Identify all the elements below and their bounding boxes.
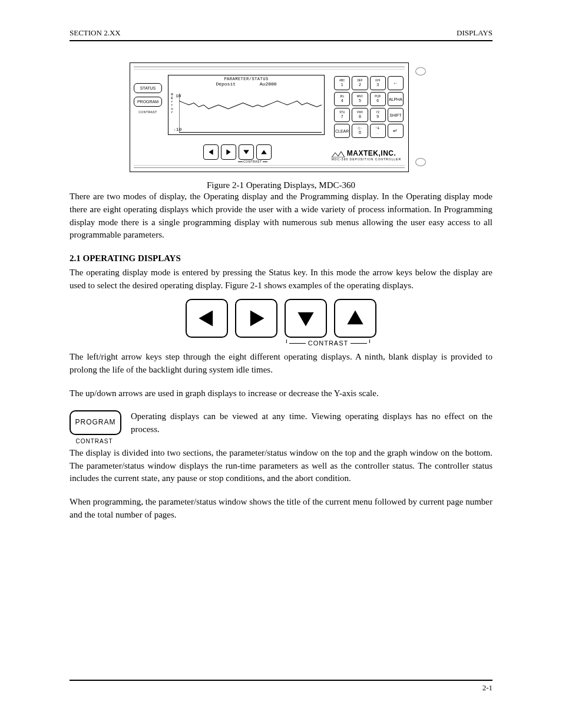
- numeric-keypad: ABC1DEF2GHI3←JKL4MNO5PQR6ALPHASTU7VWX8YZ…: [334, 76, 404, 140]
- contrast-label-small: CONTRAST: [134, 110, 162, 114]
- svg-marker-5: [261, 150, 267, 154]
- arrow-left-icon: [197, 308, 217, 328]
- paragraph-5: Operating displays can be viewed at any …: [70, 410, 492, 436]
- keypad-key[interactable]: YZ9: [370, 108, 386, 122]
- svg-marker-8: [250, 311, 265, 327]
- program-button-small[interactable]: PROGRAM: [134, 97, 162, 107]
- big-arrow-left-key[interactable]: [186, 299, 228, 338]
- svg-marker-9: [297, 312, 313, 327]
- arrow-up-icon: [345, 308, 365, 328]
- panel-contrast-bracket-label: CONTRAST: [237, 160, 268, 163]
- svg-marker-10: [347, 311, 363, 325]
- figure-1: STATUS PROGRAM CONTRAST PARAMETER/STATUS…: [70, 62, 492, 172]
- keypad-key[interactable]: ALPHA: [388, 92, 404, 106]
- device-front-panel: STATUS PROGRAM CONTRAST PARAMETER/STATUS…: [130, 62, 409, 172]
- big-arrow-right-key[interactable]: [235, 299, 277, 338]
- rack-ear: [409, 62, 432, 171]
- paragraph-intro: There are two modes of display, the Oper…: [70, 190, 492, 242]
- arrow-right-icon: [246, 308, 266, 328]
- keypad-key[interactable]: ! &.: [370, 124, 386, 138]
- status-button[interactable]: STATUS: [134, 83, 162, 93]
- keypad-key[interactable]: SHIFT: [388, 108, 404, 122]
- svg-marker-2: [209, 149, 213, 155]
- keypad-key[interactable]: ( ) -0: [352, 124, 368, 138]
- paragraph-2: The operating display mode is entered by…: [70, 266, 492, 292]
- keypad-key[interactable]: ←: [388, 76, 404, 90]
- brand-name: MAXTEK,INC.: [347, 149, 396, 157]
- program-key-figure: PROGRAM CONTRAST: [70, 410, 121, 446]
- mount-hole-icon: [415, 158, 426, 166]
- arrow-up-key[interactable]: [256, 144, 272, 160]
- arrow-right-key[interactable]: [221, 144, 236, 160]
- arrow-right-icon: [225, 149, 232, 156]
- program-contrast-sublabel: CONTRAST: [70, 437, 119, 446]
- keypad-key[interactable]: ABC1: [334, 76, 350, 90]
- arrow-left-icon: [207, 149, 214, 156]
- lcd-screen: PARAMETER/STATUS Deposit Au2000 R E r r …: [168, 75, 325, 135]
- mount-hole-icon: [415, 67, 426, 75]
- paragraph-6: The display is divided into two sections…: [70, 447, 492, 485]
- keypad-key[interactable]: PQR6: [370, 92, 386, 106]
- big-arrow-up-key[interactable]: [334, 299, 376, 338]
- header-left: SECTION 2.XX: [70, 28, 121, 38]
- rate-error-chart: [179, 93, 322, 133]
- keypad-key[interactable]: VWX8: [352, 108, 368, 122]
- keypad-key[interactable]: ↵: [388, 124, 404, 138]
- panel-arrow-keys: [203, 144, 272, 160]
- keypad-key[interactable]: STU7: [334, 108, 350, 122]
- paragraph-3: The left/right arrow keys step through t…: [70, 351, 492, 377]
- arrow-left-key[interactable]: [203, 144, 219, 160]
- figure-1-caption: Figure 2-1 Operating Displays, MDC-360: [70, 180, 492, 190]
- page-footer: 2-1: [70, 680, 492, 693]
- svg-marker-4: [243, 150, 249, 154]
- header-rule: [70, 40, 492, 41]
- program-button-large[interactable]: PROGRAM: [70, 410, 121, 434]
- keypad-key[interactable]: CLEAR: [334, 124, 350, 138]
- heading-2-1: 2.1 OPERATING DISPLAYS: [70, 252, 492, 265]
- paragraph-7: When programming, the parameter/status w…: [70, 496, 492, 522]
- keypad-key[interactable]: MNO5: [352, 92, 368, 106]
- arrow-down-icon: [243, 149, 250, 156]
- brand-block: MAXTEK,INC. MDC-360 DEPOSITION CONTROLLE…: [332, 149, 401, 161]
- svg-marker-7: [199, 311, 213, 327]
- screen-material: Au2000: [260, 81, 277, 87]
- screen-mode: Deposit: [216, 81, 236, 87]
- page-number: 2-1: [70, 683, 492, 693]
- brand-subtitle: MDC-360 DEPOSITION CONTROLLER: [332, 157, 401, 161]
- arrow-up-icon: [260, 149, 267, 156]
- paragraph-4: The up/down arrows are used in graph dis…: [70, 387, 492, 400]
- header-right: DISPLAYS: [457, 28, 492, 38]
- svg-marker-3: [226, 149, 230, 155]
- keypad-key[interactable]: JKL4: [334, 92, 350, 106]
- brand-logo-icon: [332, 149, 345, 157]
- arrow-keys-figure: CONTRAST: [70, 299, 492, 348]
- keypad-key[interactable]: GHI3: [370, 76, 386, 90]
- big-arrow-down-key[interactable]: [285, 299, 327, 338]
- arrow-down-icon: [296, 308, 316, 328]
- keypad-key[interactable]: DEF2: [352, 76, 368, 90]
- arrow-down-key[interactable]: [239, 144, 254, 160]
- contrast-label: CONTRAST: [308, 339, 349, 348]
- screen-title: PARAMETER/STATUS: [168, 75, 324, 81]
